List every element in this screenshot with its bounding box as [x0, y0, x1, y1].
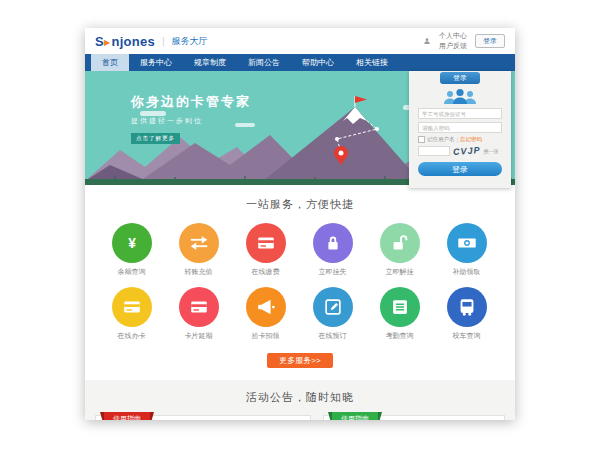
hero-cta-button[interactable]: 点击了解更多 — [131, 133, 180, 144]
remember-row: 记住用户名 | 忘记密码 — [418, 136, 502, 143]
service-label: 考勤查询 — [366, 331, 433, 341]
bus-icon — [447, 287, 487, 327]
service-label: 补助领取 — [433, 267, 500, 277]
service-item[interactable]: 卡片延期 — [165, 287, 232, 341]
site-tagline: 服务大厅 — [171, 35, 207, 48]
header-divider: | — [162, 36, 164, 46]
service-item[interactable]: 校车查询 — [433, 287, 500, 341]
nav-item[interactable]: 新闻公告 — [237, 54, 291, 71]
service-label: 在线预订 — [299, 331, 366, 341]
panel-secondary-tab[interactable]: 最新公告 — [170, 419, 198, 420]
captcha-row: CVJP 换一张 — [418, 146, 502, 156]
remember-checkbox[interactable] — [418, 136, 425, 143]
announcements-section: 活动公告，随时知晓 使用指南最新公告更多>>使用指南更多>> — [85, 380, 515, 420]
header-right: 个人中心用户反馈 登录 — [423, 31, 505, 51]
user-icon — [423, 37, 431, 45]
service-label: 在线办卡 — [98, 331, 165, 341]
service-label: 余额查询 — [98, 267, 165, 277]
password-input[interactable] — [418, 122, 502, 133]
panel-more-link[interactable]: 更多>> — [285, 420, 304, 421]
header: S▶njones | 服务大厅 个人中心用户反馈 登录 — [85, 28, 515, 54]
label-separator: | — [457, 137, 458, 143]
service-item[interactable]: ¥余额查询 — [98, 223, 165, 277]
service-item[interactable]: 在线缴费 — [232, 223, 299, 277]
flag-icon — [355, 96, 367, 103]
header-link-0[interactable]: 个人中心 — [439, 31, 467, 41]
svg-text:¥: ¥ — [128, 236, 136, 251]
hero-banner: 你身边的卡管专家 提供捷径一步到位 点击了解更多 登录 记住用户名 | — [85, 71, 515, 185]
card-icon — [112, 287, 152, 327]
logo-arrow-icon: ▶ — [104, 38, 110, 47]
nav-item[interactable]: 规章制度 — [183, 54, 237, 71]
services-section: 一站服务，方便快捷 ¥余额查询转账充值在线缴费立即挂失立即解挂补助领取在线办卡卡… — [85, 185, 515, 368]
hero-title: 你身边的卡管专家 — [131, 93, 251, 111]
header-link-1[interactable]: 用户反馈 — [439, 41, 467, 51]
card-icon — [179, 287, 219, 327]
captcha-image[interactable]: CVJP — [453, 145, 481, 157]
service-item[interactable]: 补助领取 — [433, 223, 500, 277]
service-item[interactable]: 立即解挂 — [366, 223, 433, 277]
remember-label: 记住用户名 — [427, 136, 455, 143]
nav-item[interactable]: 相关链接 — [345, 54, 399, 71]
announcement-panel: 使用指南更多>> — [323, 415, 505, 420]
hero-text: 你身边的卡管专家 提供捷径一步到位 点击了解更多 — [131, 93, 251, 144]
logo-text-start: S — [95, 34, 104, 49]
transfer-icon — [179, 223, 219, 263]
service-item[interactable]: 转账充值 — [165, 223, 232, 277]
username-input[interactable] — [418, 108, 502, 119]
header-login-button[interactable]: 登录 — [475, 34, 505, 48]
users-icon — [440, 88, 480, 105]
login-tab[interactable]: 登录 — [440, 72, 480, 84]
banknote-icon — [447, 223, 487, 263]
header-links: 个人中心用户反馈 — [439, 31, 467, 51]
services-grid: ¥余额查询转账充值在线缴费立即挂失立即解挂补助领取在线办卡卡片延期拾卡招领在线预… — [98, 223, 502, 351]
service-item[interactable]: 在线预订 — [299, 287, 366, 341]
main-nav: 首页服务中心规章制度新闻公告帮助中心相关链接 — [85, 54, 515, 71]
panel-more-link[interactable]: 更多>> — [479, 420, 498, 421]
service-label: 立即挂失 — [299, 267, 366, 277]
nav-item[interactable]: 服务中心 — [129, 54, 183, 71]
captcha-input[interactable] — [418, 146, 450, 156]
panel-ribbon-tab[interactable]: 使用指南 — [104, 412, 150, 420]
service-item[interactable]: 拾卡招领 — [232, 287, 299, 341]
announcement-panel: 使用指南最新公告更多>> — [95, 415, 311, 420]
announcement-panels: 使用指南最新公告更多>>使用指南更多>> — [85, 415, 515, 420]
login-panel: 登录 记住用户名 | 忘记密码 CVJP 换一张 — [409, 71, 511, 188]
page-card: S▶njones | 服务大厅 个人中心用户反馈 登录 首页服务中心规章制度新闻… — [85, 28, 515, 420]
service-label: 转账充值 — [165, 267, 232, 277]
service-item[interactable]: 在线办卡 — [98, 287, 165, 341]
unlock-icon — [380, 223, 420, 263]
nav-item[interactable]: 首页 — [91, 54, 129, 71]
service-item[interactable]: 立即挂失 — [299, 223, 366, 277]
service-item[interactable]: 考勤查询 — [366, 287, 433, 341]
forgot-password-link[interactable]: 忘记密码 — [460, 136, 482, 143]
logo[interactable]: S▶njones — [95, 34, 155, 49]
service-label: 卡片延期 — [165, 331, 232, 341]
service-label: 在线缴费 — [232, 267, 299, 277]
services-title: 一站服务，方便快捷 — [85, 197, 515, 212]
service-label: 拾卡招领 — [232, 331, 299, 341]
service-label: 校车查询 — [433, 331, 500, 341]
edit-icon — [313, 287, 353, 327]
service-label: 立即解挂 — [366, 267, 433, 277]
hero-subtitle: 提供捷径一步到位 — [131, 116, 251, 126]
card-icon — [246, 223, 286, 263]
announcements-title: 活动公告，随时知晓 — [85, 390, 515, 405]
logo-text-end: njones — [111, 34, 155, 49]
megaphone-icon — [246, 287, 286, 327]
captcha-refresh-link[interactable]: 换一张 — [484, 148, 499, 154]
more-services-button[interactable]: 更多服务>> — [267, 353, 333, 368]
lock-icon — [313, 223, 353, 263]
panel-ribbon-tab[interactable]: 使用指南 — [332, 412, 378, 420]
yen-icon: ¥ — [112, 223, 152, 263]
list-icon — [380, 287, 420, 327]
login-submit-button[interactable]: 登录 — [418, 162, 502, 176]
nav-item[interactable]: 帮助中心 — [291, 54, 345, 71]
